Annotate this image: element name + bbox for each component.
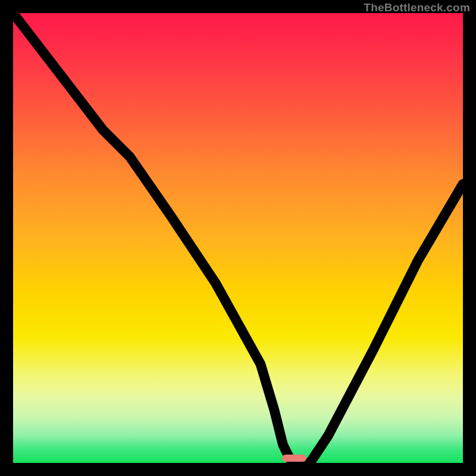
watermark-text: TheBottleneck.com xyxy=(364,1,470,14)
chart-background-gradient xyxy=(13,13,463,463)
chart-frame: TheBottleneck.com xyxy=(0,0,476,476)
chart-plot-area xyxy=(13,13,463,463)
optimal-point-marker xyxy=(282,455,307,462)
